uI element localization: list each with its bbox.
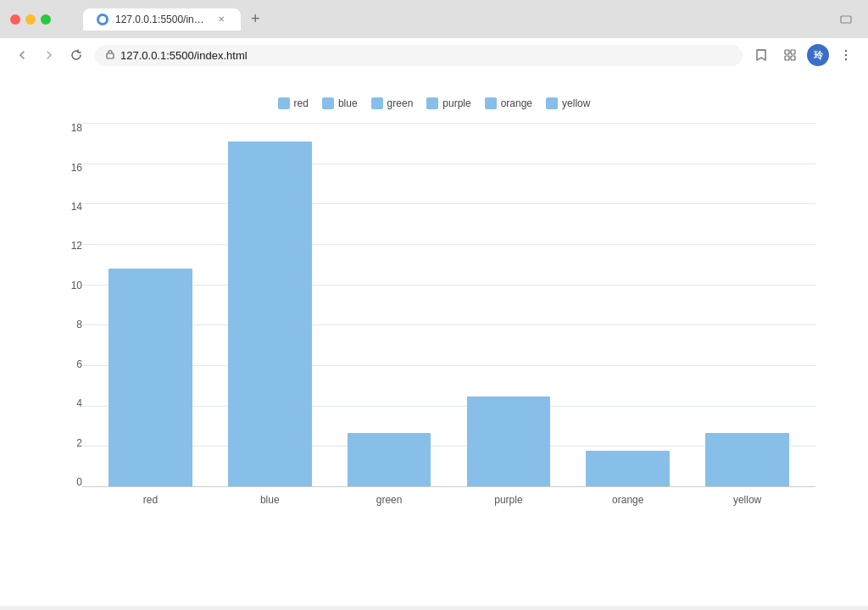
bar-blue xyxy=(228,141,312,488)
legend-label-yellow: yellow xyxy=(562,97,590,109)
window-controls-icon[interactable] xyxy=(834,8,858,31)
forward-button[interactable] xyxy=(37,43,61,67)
legend-color-blue xyxy=(322,97,334,109)
y-label-16: 16 xyxy=(53,163,82,173)
minimize-button[interactable] xyxy=(25,14,36,25)
svg-point-0 xyxy=(99,16,106,23)
avatar[interactable]: 玲 xyxy=(807,44,829,66)
tab-label: 127.0.0.1:5500/index.html xyxy=(115,14,209,25)
svg-rect-3 xyxy=(785,50,789,54)
svg-rect-1 xyxy=(841,16,851,23)
chart-baseline xyxy=(82,486,815,487)
svg-point-7 xyxy=(845,50,847,52)
bar-group-purple xyxy=(448,123,568,487)
y-label-14: 14 xyxy=(53,202,82,212)
svg-rect-4 xyxy=(791,50,795,54)
y-label-4: 4 xyxy=(53,398,82,408)
x-label-purple: purple xyxy=(448,494,568,506)
y-label-10: 10 xyxy=(53,280,82,291)
bar-red xyxy=(108,269,192,487)
x-label-blue: blue xyxy=(210,494,330,506)
y-label-2: 2 xyxy=(53,438,82,448)
bar-green xyxy=(348,433,431,488)
chart-area: 024681012141618 redbluegreenpurpleorange… xyxy=(53,123,815,513)
legend-label-orange: orange xyxy=(501,97,532,109)
legend-item-purple: purple xyxy=(426,97,470,109)
url-text: 127.0.0.1:5500/index.html xyxy=(120,49,732,62)
bar-group-red xyxy=(91,123,210,487)
bar-group-blue xyxy=(210,123,330,487)
page-content: redbluegreenpurpleorangeyellow 024681012… xyxy=(0,72,868,606)
legend-item-blue: blue xyxy=(322,97,358,109)
svg-point-8 xyxy=(845,54,847,56)
extensions-icon[interactable] xyxy=(778,43,802,67)
y-label-8: 8 xyxy=(53,319,82,330)
active-tab[interactable]: 127.0.0.1:5500/index.html ✕ xyxy=(83,8,241,30)
title-bar: 127.0.0.1:5500/index.html ✕ + xyxy=(0,0,868,38)
svg-rect-6 xyxy=(791,56,795,60)
lock-icon xyxy=(105,49,115,62)
x-label-red: red xyxy=(91,494,210,506)
chart-inner: redbluegreenpurpleorangeyellow xyxy=(82,123,815,513)
svg-point-9 xyxy=(845,58,847,60)
bar-group-yellow xyxy=(687,123,807,487)
bar-group-orange xyxy=(568,123,687,487)
legend-label-green: green xyxy=(387,97,414,109)
x-label-green: green xyxy=(330,494,449,506)
bar-orange xyxy=(586,451,670,487)
y-label-6: 6 xyxy=(53,359,82,369)
y-label-18: 18 xyxy=(53,123,82,133)
x-label-orange: orange xyxy=(568,494,687,506)
y-label-12: 12 xyxy=(53,241,82,251)
menu-icon[interactable] xyxy=(834,43,858,67)
legend-item-orange: orange xyxy=(485,97,532,109)
bars-row xyxy=(82,123,815,487)
back-button[interactable] xyxy=(10,43,34,67)
new-tab-button[interactable]: + xyxy=(244,7,267,31)
legend-item-red: red xyxy=(278,97,309,109)
bar-group-green xyxy=(330,123,449,487)
bar-yellow xyxy=(705,433,789,488)
address-bar-row: 127.0.0.1:5500/index.html 玲 xyxy=(0,38,868,72)
tab-favicon xyxy=(97,14,108,25)
legend-color-orange xyxy=(485,97,497,109)
legend-item-yellow: yellow xyxy=(546,97,590,109)
svg-rect-5 xyxy=(785,56,789,60)
toolbar-icons: 玲 xyxy=(749,43,858,67)
legend-item-green: green xyxy=(371,97,414,109)
legend-label-purple: purple xyxy=(442,97,470,109)
legend-label-blue: blue xyxy=(338,97,358,109)
maximize-button[interactable] xyxy=(41,14,51,25)
bar-purple xyxy=(467,396,551,488)
x-label-yellow: yellow xyxy=(687,494,807,506)
chart-container: redbluegreenpurpleorangeyellow 024681012… xyxy=(53,89,815,513)
legend-color-green xyxy=(371,97,383,109)
tab-close-button[interactable]: ✕ xyxy=(215,14,227,25)
y-label-0: 0 xyxy=(53,477,82,487)
browser-chrome: 127.0.0.1:5500/index.html ✕ + xyxy=(0,0,868,72)
y-axis: 024681012141618 xyxy=(53,123,82,513)
x-labels: redbluegreenpurpleorangeyellow xyxy=(82,487,815,513)
nav-buttons xyxy=(10,43,88,67)
refresh-button[interactable] xyxy=(64,43,88,67)
chart-legend: redbluegreenpurpleorangeyellow xyxy=(53,97,815,109)
close-button[interactable] xyxy=(10,14,20,25)
bookmark-icon[interactable] xyxy=(749,43,773,67)
legend-color-yellow xyxy=(546,97,558,109)
legend-color-red xyxy=(278,97,290,109)
legend-color-purple xyxy=(426,97,438,109)
traffic-lights xyxy=(10,14,51,25)
legend-label-red: red xyxy=(294,97,309,109)
svg-rect-2 xyxy=(107,53,114,58)
address-bar[interactable]: 127.0.0.1:5500/index.html xyxy=(95,45,743,66)
